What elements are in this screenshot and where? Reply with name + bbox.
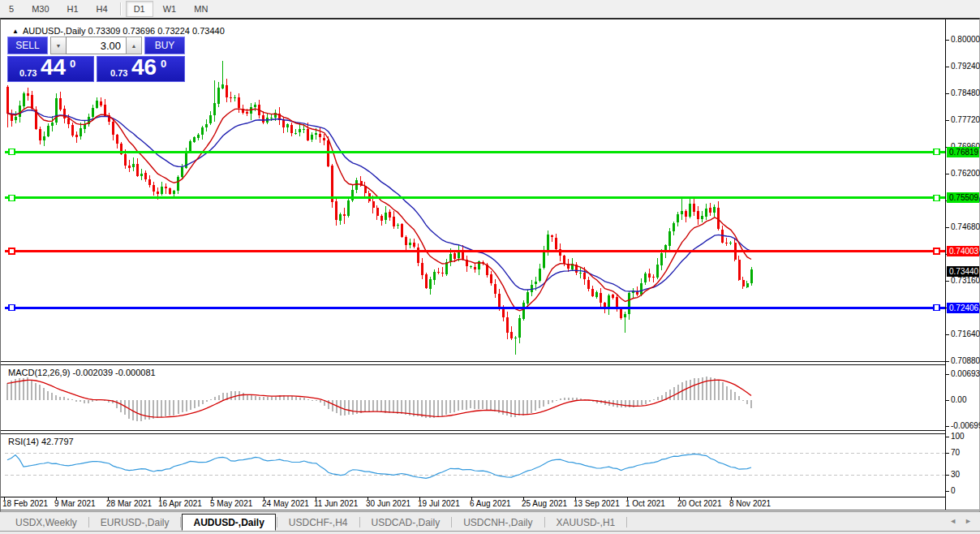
date-tick-label: 19 Jul 2021 [418, 499, 460, 508]
chart-info-bar: ▲AUDUSD-,Daily0.73309 0.73696 0.73224 0.… [12, 26, 227, 36]
date-tick-label: 1 Oct 2021 [625, 499, 665, 508]
tabs-scroll-left-icon[interactable]: ◄ [949, 517, 956, 525]
date-tick-label: 18 Feb 2021 [2, 499, 48, 508]
macd-indicator-label: MACD(12,26,9) -0.002039 -0.000081 [8, 368, 156, 377]
price-tick-mark [946, 120, 949, 121]
date-tick-label: 16 Apr 2021 [158, 499, 202, 508]
timeframe-button-mn[interactable]: MN [186, 1, 216, 17]
toolbar-separator [120, 2, 122, 15]
date-tick-label: 8 Nov 2021 [729, 499, 771, 508]
date-tick-label: 9 Mar 2021 [54, 499, 96, 508]
chart-tab-audusd-daily[interactable]: AUDUSD-,Daily [182, 514, 275, 531]
buy-price-pips: 46 [131, 56, 157, 80]
price-tick-label: 0.79240 [951, 62, 980, 71]
expand-arrow-icon[interactable]: ▲ [12, 28, 19, 35]
price-tick-mark [946, 174, 949, 174]
rsi-tick-mark [946, 491, 949, 492]
price-tick-label: 0.77720 [951, 115, 980, 125]
chart-window: ▲AUDUSD-,Daily0.73309 0.73696 0.73224 0.… [0, 18, 980, 511]
price-tick-mark [946, 93, 949, 94]
timeframe-button-h4[interactable]: H4 [88, 1, 116, 17]
level-handle[interactable] [934, 149, 939, 155]
level-handle[interactable] [9, 195, 15, 200]
macd-histogram [6, 377, 752, 422]
mt4-terminal: 5M30H1H4D1W1MN ▲AUDUSD-,Daily0.73309 0.7… [0, 0, 980, 534]
date-tick-label: 24 May 2021 [262, 499, 309, 508]
date-tick-label: 11 Jun 2021 [314, 499, 358, 508]
ma-fast-line [7, 107, 751, 311]
timeframe-toolbar: 5M30H1H4D1W1MN [0, 0, 980, 18]
tab-separator [180, 517, 181, 528]
volume-increase-button[interactable]: ▲ [126, 37, 142, 54]
macd-tick-mark [946, 426, 949, 427]
timeframe-button-d1[interactable]: D1 [126, 1, 153, 17]
chart-tab-usdx-weekly[interactable]: USDX,Weekly [5, 514, 88, 531]
price-tick-label: 0.80000 [951, 35, 980, 45]
macd-tick-label: 0.00 [951, 395, 980, 405]
macd-tick-label: -0.006993 [951, 421, 980, 431]
bid-ask-prices: 0.73 44 0 0.73 46 0 [7, 56, 185, 82]
timeframe-button-h1[interactable]: H1 [59, 1, 87, 17]
rsi-tick-mark [946, 437, 949, 437]
rsi-tick-label: 0 [951, 486, 980, 496]
date-tick-label: 25 Aug 2021 [522, 499, 567, 508]
chart-tab-usdchf-h4[interactable]: USDCHF-,H4 [278, 514, 359, 531]
rsi-indicator-label: RSI(14) 42.7797 [8, 437, 74, 446]
macd-tick-mark [946, 374, 949, 375]
rsi-tick-mark [946, 453, 949, 454]
price-axis[interactable]: 0.800000.792400.784800.777200.769600.762… [946, 19, 979, 510]
volume-decrease-button[interactable]: ▼ [50, 37, 67, 54]
tabbar-divider [0, 531, 980, 532]
chart-tab-eurusd-daily[interactable]: EURUSD-,Daily [90, 514, 180, 531]
price-tick-mark [946, 67, 949, 67]
volume-input[interactable] [66, 37, 127, 54]
sell-price-prefix: 0.73 [19, 68, 37, 78]
timeframe-button-m30[interactable]: M30 [24, 1, 57, 17]
buy-price-display[interactable]: 0.73 46 0 [97, 56, 185, 82]
timeframe-button-5[interactable]: 5 [1, 1, 22, 17]
candles-group [6, 61, 753, 355]
date-tick-label: 20 Oct 2021 [677, 499, 721, 508]
tabs-scroll-right-icon[interactable]: ► [965, 517, 972, 525]
sell-button[interactable]: SELL [7, 37, 48, 54]
buy-price-prefix: 0.73 [110, 68, 127, 78]
sell-price-point: 0 [70, 58, 75, 70]
price-tick-mark [946, 281, 949, 282]
symbol-title: AUDUSD-,Daily [23, 26, 86, 36]
rsi-pane-canvas[interactable] [1, 434, 945, 497]
level-handle[interactable] [934, 248, 939, 254]
level-handle[interactable] [934, 305, 939, 311]
price-tick-mark [946, 334, 949, 335]
time-axis[interactable]: 18 Feb 20219 Mar 202128 Mar 202116 Apr 2… [1, 497, 945, 510]
level-handle[interactable] [934, 195, 939, 200]
chart-tab-usdcnh-daily[interactable]: USDCNH-,Daily [453, 514, 543, 531]
price-tick-label: 0.74680 [951, 222, 980, 232]
level-price-tag: 0.76819 [947, 147, 979, 157]
buy-button[interactable]: BUY [144, 37, 185, 54]
tab-separator [626, 517, 627, 528]
price-tick-label: 0.71640 [951, 329, 980, 339]
current-price-tag: 0.73440 [947, 266, 979, 277]
chart-tab-xauusd-h1[interactable]: XAUUSD-,H1 [546, 514, 626, 531]
level-price-tag: 0.72406 [947, 303, 979, 313]
timeframe-button-w1[interactable]: W1 [155, 1, 185, 17]
level-handle[interactable] [9, 248, 15, 254]
sell-price-display[interactable]: 0.73 44 0 [7, 56, 94, 82]
price-tick-label: 0.73160 [951, 276, 980, 286]
chart-tabs: USDX,WeeklyEURUSD-,DailyAUDUSD-,DailyUSD… [5, 514, 628, 531]
date-tick-label: 28 Mar 2021 [106, 499, 152, 508]
one-click-trading-panel: SELL ▼ ▲ BUY 0.73 44 0 0.73 46 0 [7, 37, 185, 82]
date-tick-label: 30 Jun 2021 [366, 499, 410, 508]
date-tick-label: 6 Aug 2021 [470, 499, 511, 508]
macd-signal-line [7, 380, 751, 417]
buy-price-point: 0 [161, 58, 166, 70]
ma-slow-line [7, 110, 751, 292]
level-handle[interactable] [9, 305, 15, 311]
tab-separator [359, 517, 360, 528]
price-tick-label: 0.78480 [951, 88, 980, 98]
level-price-tag: 0.75509 [947, 192, 979, 203]
chart-tab-usdcad-daily[interactable]: USDCAD-,Daily [361, 514, 451, 531]
macd-tick-label: 0.006936 [951, 369, 980, 379]
rsi-tick-label: 100 [951, 432, 980, 441]
level-handle[interactable] [9, 149, 15, 155]
